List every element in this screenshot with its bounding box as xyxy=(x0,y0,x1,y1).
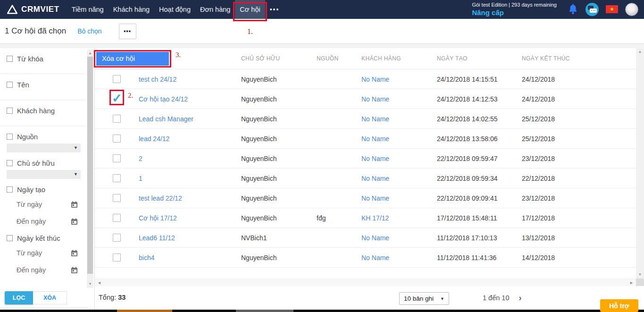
filter-checkbox[interactable] xyxy=(7,186,13,193)
customer-link[interactable]: KH 17/12 xyxy=(361,214,389,222)
table-vertical-scrollbar[interactable]: ▲ ▼ xyxy=(636,48,644,278)
row-checkbox[interactable] xyxy=(113,214,121,222)
scroll-right-icon[interactable]: ► xyxy=(629,279,634,287)
filter-apply-button[interactable]: LỌC xyxy=(5,291,33,304)
opportunity-name-link[interactable]: 1 xyxy=(139,175,142,182)
scroll-up-icon[interactable]: ▲ xyxy=(636,50,644,54)
customer-link[interactable]: No Name xyxy=(361,194,389,202)
checkbox-cell[interactable] xyxy=(95,109,123,128)
customer-link[interactable]: No Name xyxy=(361,76,389,83)
nav-tab-2[interactable]: Hoạt động xyxy=(154,0,195,19)
checkbox-cell[interactable] xyxy=(95,188,123,208)
calendar-icon[interactable] xyxy=(71,267,78,274)
filter-clear-button[interactable]: XÓA xyxy=(33,291,67,304)
user-avatar[interactable] xyxy=(625,3,638,16)
opportunity-name-link[interactable]: lead 24/12 xyxy=(139,135,169,143)
checkbox-cell[interactable] xyxy=(95,228,123,247)
owner-cell: NguyenBich xyxy=(241,214,317,222)
date-filter-row[interactable]: Từ ngày xyxy=(10,247,78,259)
row-checkbox[interactable] xyxy=(113,234,121,242)
calendar-icon[interactable] xyxy=(71,250,78,257)
support-button[interactable]: Hỗ trợ xyxy=(600,299,638,312)
filter-row[interactable]: Nguồn xyxy=(7,132,85,141)
row-checkbox[interactable] xyxy=(113,135,121,143)
checkbox-cell[interactable] xyxy=(95,69,123,89)
customer-link[interactable]: No Name xyxy=(361,135,389,143)
next-page-icon[interactable]: › xyxy=(519,293,521,303)
filter-row[interactable]: Từ khóa xyxy=(7,54,85,63)
customer-link[interactable]: No Name xyxy=(361,95,389,103)
filter-label: Nguồn xyxy=(17,133,38,141)
filter-checkbox[interactable] xyxy=(7,235,13,241)
customer-link[interactable]: No Name xyxy=(361,254,389,261)
date-filter-row[interactable]: Từ ngày xyxy=(10,198,78,211)
scroll-down-icon[interactable]: ▼ xyxy=(636,272,644,277)
checkbox-cell[interactable]: ✓2. xyxy=(95,89,123,109)
opportunity-name-link[interactable]: Cơ hội tạo 24/12 xyxy=(139,95,188,103)
filter-checkbox[interactable] xyxy=(7,82,13,88)
page-size-select[interactable]: 10 bản ghi ▼ xyxy=(399,292,449,305)
notification-bell-icon[interactable] xyxy=(568,3,578,15)
customer-link[interactable]: No Name xyxy=(361,155,389,162)
app-logo[interactable]: CRMVIET xyxy=(0,4,67,15)
nav-tab-1[interactable]: Khách hàng xyxy=(109,0,154,19)
filter-row[interactable]: Ngày kết thúc xyxy=(7,234,85,242)
more-actions-button[interactable]: ••• xyxy=(119,24,136,39)
row-checkbox[interactable] xyxy=(113,75,121,83)
filter-group: Nguồn▼ xyxy=(0,126,85,152)
checkbox-cell[interactable] xyxy=(95,208,123,228)
opportunity-name-link[interactable]: Lead6 11/12 xyxy=(139,234,175,242)
scroll-up-icon[interactable]: ▲ xyxy=(87,51,93,56)
calendar-icon[interactable] xyxy=(71,201,78,208)
sidebar-scrollbar[interactable]: ▲ ▼ xyxy=(87,50,93,288)
opportunity-name-link[interactable]: Lead csh Manager xyxy=(139,115,193,123)
checkbox-cell[interactable] xyxy=(95,129,123,148)
delete-opportunity-button[interactable]: Xóa cơ hội xyxy=(96,52,169,66)
filter-label: Khách hàng xyxy=(17,107,55,115)
customer-link[interactable]: No Name xyxy=(361,234,389,242)
filter-checkbox[interactable] xyxy=(7,108,13,114)
opportunity-name-link[interactable]: test ch 24/12 xyxy=(139,76,176,83)
opportunity-name-link[interactable]: 2 xyxy=(139,155,142,162)
annotation-step1: 1. xyxy=(247,27,253,36)
calendar-icon[interactable] xyxy=(71,218,78,225)
deselect-link[interactable]: Bỏ chọn xyxy=(77,27,101,35)
total-value: 33 xyxy=(118,294,125,301)
table-horizontal-scrollbar[interactable]: ◄ ► xyxy=(95,278,636,286)
opportunity-name-link[interactable]: bich4 xyxy=(139,254,154,261)
vietnam-flag-icon[interactable]: ★ xyxy=(606,5,618,13)
checkbox-cell[interactable] xyxy=(95,169,123,188)
checkbox-cell[interactable] xyxy=(95,248,123,267)
filter-row[interactable]: Ngày tạo xyxy=(7,185,85,194)
checkbox-cell[interactable] xyxy=(95,149,123,168)
nav-tab-4[interactable]: Cơ hội1. xyxy=(235,0,265,19)
row-checkbox[interactable] xyxy=(113,154,121,162)
customer-link[interactable]: No Name xyxy=(361,175,389,182)
row-checkbox[interactable] xyxy=(113,174,121,182)
customer-link[interactable]: No Name xyxy=(361,115,389,123)
sidebar-scrollbar-thumb[interactable] xyxy=(87,57,93,274)
filter-row[interactable]: Chủ sở hữu xyxy=(7,159,85,167)
row-checkbox[interactable] xyxy=(113,253,121,261)
filter-checkbox[interactable] xyxy=(7,56,13,62)
filter-checkbox[interactable] xyxy=(7,160,13,166)
row-checkbox[interactable] xyxy=(113,194,121,202)
pagination: 1 đến 10 › xyxy=(483,286,521,310)
filter-select[interactable]: ▼ xyxy=(7,143,81,152)
nav-more-menu[interactable]: ••• xyxy=(265,0,284,19)
date-filter-row[interactable]: Đến ngày xyxy=(10,215,78,228)
filter-select[interactable]: ▼ xyxy=(7,170,81,179)
chat-icon[interactable] xyxy=(585,3,599,16)
nav-tab-3[interactable]: Đơn hàng xyxy=(195,0,235,19)
row-checkbox[interactable] xyxy=(113,115,121,123)
filter-row[interactable]: Tên xyxy=(7,80,85,89)
opportunity-name-link[interactable]: test lead 22/12 xyxy=(139,194,182,202)
opportunity-name-link[interactable]: Cơ hội 17/12 xyxy=(139,214,177,222)
filter-checkbox[interactable] xyxy=(7,134,13,140)
date-filter-row[interactable]: Đến ngày xyxy=(10,264,78,276)
nav-tab-0[interactable]: Tiềm năng xyxy=(67,0,109,19)
filter-row[interactable]: Khách hàng xyxy=(7,106,85,115)
upgrade-link[interactable]: Nâng cấp xyxy=(472,8,557,17)
scroll-left-icon[interactable]: ◄ xyxy=(97,279,101,287)
scroll-down-icon[interactable]: ▼ xyxy=(87,282,93,287)
